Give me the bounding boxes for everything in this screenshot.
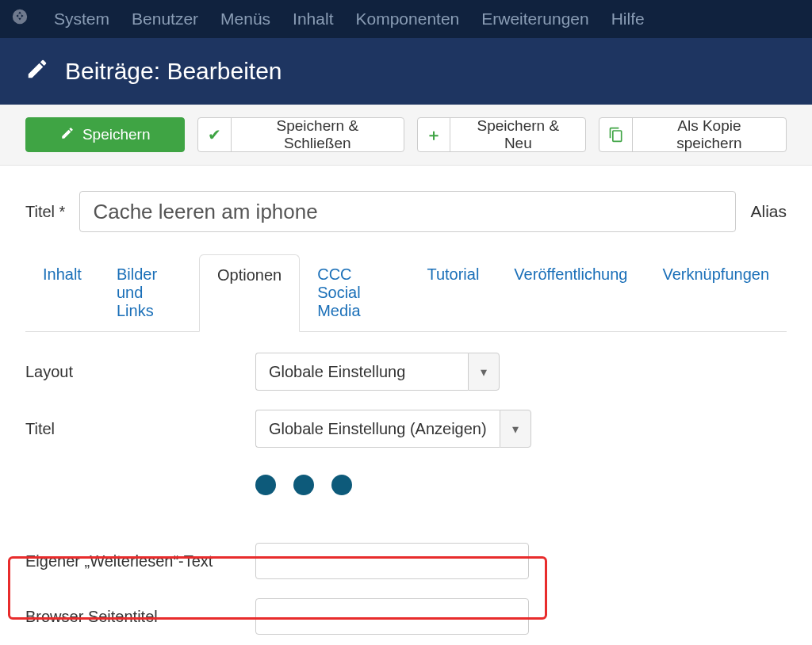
- save-new-button[interactable]: ＋ Speichern & Neu: [417, 117, 587, 152]
- page-header: Beiträge: Bearbeiten: [0, 38, 812, 105]
- titel-option-label: Titel: [25, 420, 255, 438]
- nav-erweiterungen[interactable]: Erweiterungen: [481, 10, 588, 29]
- tab-bar: Inhalt Bilder und Links Optionen CCC Soc…: [25, 254, 787, 332]
- action-toolbar: Speichern ✔ Speichern & Schließen ＋ Spei…: [0, 105, 812, 166]
- save-copy-button[interactable]: Als Kopie speichern: [599, 117, 787, 152]
- titel-row: Titel Globale Einstellung (Anzeigen) ▾: [25, 410, 787, 448]
- tab-ccc-social[interactable]: CCC Social Media: [300, 254, 409, 331]
- save-icon: [60, 126, 75, 144]
- alias-label: Alias: [750, 202, 787, 221]
- layout-select-value: Globale Einstellung: [255, 353, 468, 391]
- readmore-row: Eigener „Weiterlesen“-Text: [25, 543, 787, 579]
- check-icon: ✔: [198, 118, 231, 151]
- titel-select[interactable]: Globale Einstellung (Anzeigen) ▾: [255, 410, 531, 448]
- joomla-logo-icon: [11, 8, 29, 30]
- nav-benutzer[interactable]: Benutzer: [132, 10, 198, 29]
- dot-icon: [331, 475, 352, 495]
- chevron-down-icon: ▾: [500, 410, 531, 448]
- tab-bilder-links[interactable]: Bilder und Links: [99, 254, 199, 331]
- pencil-icon: [25, 57, 49, 86]
- save-copy-label: Als Kopie speichern: [633, 117, 786, 152]
- nav-inhalt[interactable]: Inhalt: [293, 10, 333, 29]
- save-close-button[interactable]: ✔ Speichern & Schließen: [197, 117, 404, 152]
- title-input[interactable]: [79, 191, 736, 232]
- save-close-label: Speichern & Schließen: [232, 117, 404, 152]
- page-title: Beiträge: Bearbeiten: [65, 58, 282, 85]
- ellipsis-dots: [255, 475, 787, 495]
- save-button[interactable]: Speichern: [25, 117, 185, 152]
- tab-tutorial[interactable]: Tutorial: [409, 254, 496, 331]
- save-new-label: Speichern & Neu: [450, 117, 585, 152]
- chevron-down-icon: ▾: [468, 353, 500, 391]
- title-row: Titel * Alias: [25, 191, 787, 232]
- readmore-input[interactable]: [255, 543, 529, 579]
- layout-label: Layout: [25, 363, 255, 381]
- tab-inhalt[interactable]: Inhalt: [25, 254, 99, 331]
- tab-veroeffentlichung[interactable]: Veröffentlichung: [496, 254, 645, 331]
- readmore-label: Eigener „Weiterlesen“-Text: [25, 552, 255, 571]
- title-label: Titel *: [25, 203, 65, 221]
- save-button-label: Speichern: [82, 126, 151, 143]
- browser-title-row: Browser Seitentitel: [25, 598, 787, 635]
- nav-komponenten[interactable]: Komponenten: [355, 10, 459, 29]
- top-navigation: System Benutzer Menüs Inhalt Komponenten…: [0, 0, 812, 38]
- content-area: Titel * Alias Inhalt Bilder und Links Op…: [0, 166, 812, 635]
- nav-menus[interactable]: Menüs: [220, 10, 270, 29]
- plus-icon: ＋: [418, 118, 450, 151]
- tab-optionen[interactable]: Optionen: [199, 254, 300, 332]
- nav-system[interactable]: System: [54, 10, 109, 29]
- dot-icon: [293, 475, 314, 495]
- browser-title-input[interactable]: [255, 598, 529, 635]
- nav-hilfe[interactable]: Hilfe: [611, 10, 645, 29]
- layout-row: Layout Globale Einstellung ▾: [25, 353, 787, 391]
- browser-title-label: Browser Seitentitel: [25, 608, 255, 626]
- copy-icon: [599, 118, 632, 151]
- dot-icon: [255, 475, 276, 495]
- layout-select[interactable]: Globale Einstellung ▾: [255, 353, 500, 391]
- tab-verknuepfungen[interactable]: Verknüpfungen: [645, 254, 787, 331]
- titel-select-value: Globale Einstellung (Anzeigen): [255, 410, 500, 448]
